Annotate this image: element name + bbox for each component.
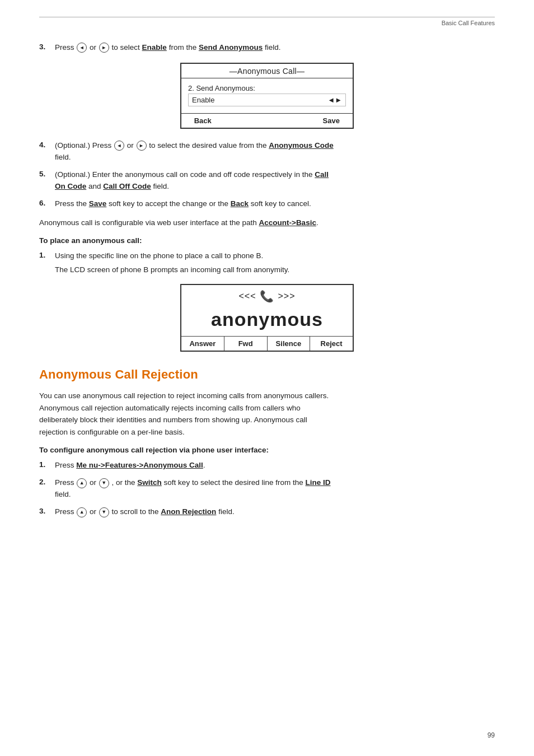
- config-step-1-content: Press Me nu->Features->Anonymous Call.: [55, 460, 495, 472]
- config-step-2-content: Press ▲ or ▼ , or the Switch soft key to…: [55, 477, 495, 501]
- config-step-3: 3. Press ▲ or ▼ to scroll to the Anon Re…: [39, 506, 495, 518]
- config-step2-lineid: Line ID: [306, 478, 331, 487]
- config-step-2-number: 2.: [39, 477, 55, 486]
- screen2-name: anonymous: [181, 305, 353, 336]
- config-step3-down-btn: ▼: [99, 507, 109, 517]
- phone-screen-box: —Anonymous Call— 2. Send Anonymous: Enab…: [180, 63, 354, 129]
- step-5-number: 5.: [39, 169, 55, 178]
- config-step2-text1: Press: [55, 478, 76, 487]
- config-step-1: 1. Press Me nu->Features->Anonymous Call…: [39, 460, 495, 472]
- step5-bold2: Call Off Code: [103, 182, 151, 190]
- config-step3-text1: Press: [55, 507, 76, 516]
- step-4-number: 4.: [39, 140, 55, 149]
- config-step-3-number: 3.: [39, 506, 55, 515]
- step-6: 6. Press the Save soft key to accept the…: [39, 198, 495, 210]
- config-step3-or: or: [90, 507, 99, 516]
- step-4-content: (Optional.) Press ◄ or ► to select the d…: [55, 140, 495, 164]
- config-step3-anon-rejection: Anon Rejection: [161, 507, 216, 516]
- screen1-field: Enable ◄►: [188, 94, 346, 106]
- config-step2-suffix: field.: [55, 490, 71, 498]
- place-step-1-content: Using the specific line on the phone to …: [55, 250, 495, 276]
- place-step-1-number: 1.: [39, 250, 55, 259]
- config-step1-features: Features: [105, 461, 137, 469]
- place-step-1: 1. Using the specific line on the phone …: [39, 250, 495, 276]
- section-desc-line2: Anonymous call rejection automatically r…: [39, 404, 301, 412]
- section-title: Anonymous Call Rejection: [39, 367, 495, 382]
- step3-or: or: [90, 43, 99, 52]
- screen2-header-left: <<<: [238, 291, 256, 301]
- subheading-place: To place an anonymous call:: [39, 236, 495, 245]
- step3-field-label: Send Anonymous: [199, 43, 263, 52]
- config-step1-text1: Press: [55, 461, 76, 469]
- step4-bold-term: Anonymous Code: [269, 141, 334, 150]
- step6-text1: Press the: [55, 199, 89, 208]
- step-6-content: Press the Save soft key to accept the ch…: [55, 198, 495, 210]
- section-desc-line4: rejection is configurable on a per-line …: [39, 428, 185, 436]
- config-step2-or: or: [90, 478, 99, 487]
- page-number: 99: [488, 731, 495, 739]
- phone-screen2-box: <<< 📞 >>> anonymous Answer Fwd Silence R…: [180, 284, 354, 352]
- step6-back: Back: [231, 199, 249, 208]
- screen1-field-value: Enable: [192, 96, 214, 104]
- step6-text3: soft key to cancel.: [249, 199, 311, 208]
- step-6-number: 6.: [39, 198, 55, 207]
- config-step1-arrow1: ->: [98, 461, 105, 469]
- screen1-field-arrow: ◄►: [327, 96, 342, 104]
- step-5: 5. (Optional.) Enter the anonymous call …: [39, 169, 495, 193]
- step3-left-btn: ◄: [77, 43, 87, 53]
- screen1-back-key: Back: [181, 114, 224, 128]
- config-step2-text2: , or the: [112, 478, 138, 487]
- step3-enable: Enable: [142, 43, 167, 52]
- config-step1-anon: Anonymous Call: [143, 461, 203, 469]
- step5-suffix: field.: [151, 182, 169, 190]
- screen1-center-key: [224, 114, 310, 128]
- step5-prefix: (Optional.) Enter the anonymous call on …: [55, 170, 315, 179]
- screen2-header-right: >>>: [278, 291, 296, 301]
- config-step1-suffix: .: [203, 461, 205, 469]
- screen1-label: 2. Send Anonymous:: [188, 84, 346, 92]
- config-step-2: 2. Press ▲ or ▼ , or the Switch soft key…: [39, 477, 495, 501]
- screen1-softkeys: Back Save: [181, 113, 353, 128]
- config-step-1-number: 1.: [39, 460, 55, 469]
- config-step3-up-btn: ▲: [77, 507, 87, 517]
- screen1-body: 2. Send Anonymous: Enable ◄►: [181, 78, 353, 113]
- step3-to-select: to select: [112, 43, 142, 52]
- note-basic: Basic: [296, 218, 316, 227]
- place-step1-sub: The LCD screen of phone B prompts an inc…: [55, 264, 289, 276]
- step4-suffix: field.: [55, 153, 71, 161]
- config-step2-switch: Switch: [137, 478, 162, 487]
- section-desc-line3: deliberately block their identities and …: [39, 416, 307, 424]
- phone-screen-anonymous-incoming: <<< 📞 >>> anonymous Answer Fwd Silence R…: [39, 284, 495, 352]
- step5-and: and: [86, 182, 103, 190]
- note-suffix: .: [316, 218, 318, 227]
- config-step1-menu: Me nu: [76, 461, 98, 469]
- screen2-answer-key: Answer: [181, 337, 224, 351]
- step-5-content: (Optional.) Enter the anonymous call on …: [55, 169, 495, 193]
- screen2-fwd-key: Fwd: [224, 337, 268, 351]
- subheading-configure: To configure anonymous call rejection vi…: [39, 446, 495, 454]
- screen2-silence-key: Silence: [268, 337, 311, 351]
- phone-screen-anonymous-call: —Anonymous Call— 2. Send Anonymous: Enab…: [39, 63, 495, 129]
- step-4: 4. (Optional.) Press ◄ or ► to select th…: [39, 140, 495, 164]
- step4-text: to select the desired value from the: [149, 141, 269, 150]
- config-step3-suffix: field.: [216, 507, 234, 516]
- header-text: Basic Call Features: [442, 20, 495, 26]
- step3-press: Press: [55, 43, 74, 52]
- step4-right-btn: ►: [137, 141, 147, 151]
- phone-icon: 📞: [260, 290, 275, 303]
- section-desc: You can use anonymous call rejection to …: [39, 390, 495, 438]
- config-step3-text2: to scroll to the: [112, 507, 161, 516]
- screen2-softkeys: Answer Fwd Silence Reject: [181, 336, 353, 351]
- screen2-reject-key: Reject: [310, 337, 353, 351]
- step6-text2: soft key to accept the change or the: [106, 199, 230, 208]
- note-arrow: ->: [289, 218, 296, 227]
- step-3-number: 3.: [39, 42, 55, 51]
- step4-or: or: [127, 141, 136, 150]
- config-step2-down-btn: ▼: [99, 478, 109, 488]
- config-step-3-content: Press ▲ or ▼ to scroll to the Anon Rejec…: [55, 506, 495, 518]
- page: Basic Call Features 3. Press ◄ or ► to s…: [0, 0, 534, 756]
- step4-left-btn: ◄: [114, 141, 124, 151]
- step4-prefix: (Optional.) Press: [55, 141, 114, 150]
- note-paragraph: Anonymous call is configurable via web u…: [39, 217, 495, 229]
- section-desc-line1: You can use anonymous call rejection to …: [39, 391, 329, 400]
